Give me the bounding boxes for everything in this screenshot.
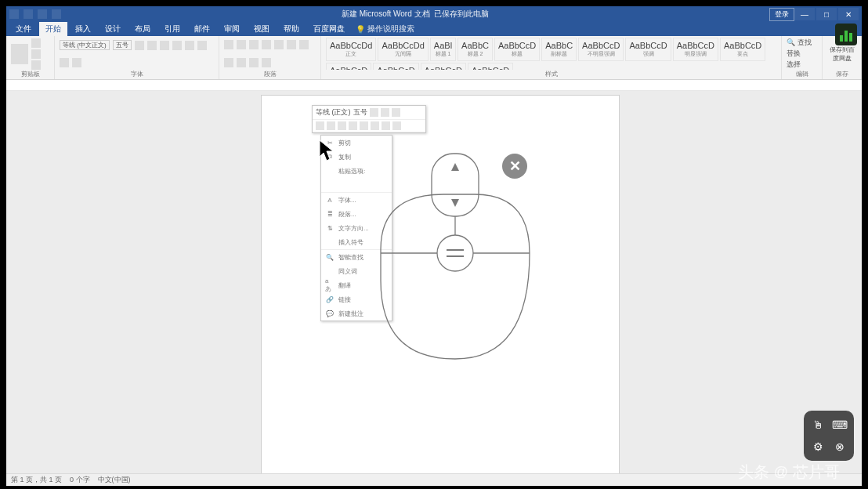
line-spacing-icon[interactable] <box>237 58 246 67</box>
align-left-icon[interactable] <box>287 40 296 49</box>
underline-icon[interactable] <box>185 41 194 50</box>
save-icon[interactable] <box>24 9 33 19</box>
status-page[interactable]: 第 1 页，共 1 页 <box>11 475 62 485</box>
cut-icon[interactable] <box>31 38 41 48</box>
style-item-0[interactable]: AaBbCcDd正文 <box>326 38 376 61</box>
paste-icon[interactable] <box>11 44 28 64</box>
document-title: 新建 Microsoft Word 文档 已保存到此电脑 <box>61 9 769 20</box>
window-controls: — □ ✕ <box>794 8 859 20</box>
tab-mailings[interactable]: 邮件 <box>188 22 216 36</box>
shrink-font-icon[interactable] <box>147 41 157 50</box>
redo-icon[interactable] <box>52 9 61 19</box>
mouse-mode-button[interactable]: 🖱 <box>808 415 827 434</box>
style-item-13[interactable]: AaBbCcD明显参考 <box>468 63 513 70</box>
maximize-button[interactable]: □ <box>816 8 837 20</box>
italic-icon[interactable] <box>172 41 182 50</box>
shading-icon[interactable] <box>249 58 259 67</box>
chart-overlay-icon[interactable] <box>835 24 857 45</box>
style-item-2[interactable]: AaBl标题 1 <box>430 38 456 61</box>
ribbon-group-paragraph: 段落 <box>219 36 321 79</box>
status-language[interactable]: 中文(中国) <box>98 475 131 485</box>
mini-format-painter-icon[interactable] <box>392 108 400 117</box>
bullets-icon[interactable] <box>224 40 233 49</box>
ribbon-group-styles: AaBbCcDd正文AaBbCcDd无间隔AaBl标题 1AaBbC标题 2Aa… <box>321 36 782 79</box>
ribbon: 剪贴板 等线 (中文正文) 五号 字体 <box>6 36 862 80</box>
tab-home[interactable]: 开始 <box>39 22 67 36</box>
undo-icon[interactable] <box>38 9 47 19</box>
replace-button[interactable]: 替换 <box>787 49 801 59</box>
highlight-icon[interactable] <box>60 58 69 67</box>
decrease-indent-icon[interactable] <box>262 40 271 49</box>
close-button[interactable]: ✕ <box>838 8 859 20</box>
style-item-3[interactable]: AaBbC标题 2 <box>458 38 493 61</box>
tab-view[interactable]: 视图 <box>248 22 276 36</box>
svg-marker-2 <box>451 163 459 171</box>
mini-grow-font-icon[interactable] <box>370 108 378 117</box>
mini-underline-icon[interactable] <box>338 121 346 130</box>
mini-bullets-icon[interactable] <box>371 121 379 130</box>
numbering-icon[interactable] <box>237 40 246 49</box>
strikethrough-icon[interactable] <box>197 41 207 50</box>
align-right-icon[interactable] <box>224 58 233 67</box>
overlay-close-button[interactable]: ✕ <box>502 154 527 179</box>
disconnect-button[interactable]: ⊗ <box>830 437 849 456</box>
font-family-select[interactable]: 等线 (中文正文) <box>60 40 110 50</box>
status-bar: 第 1 页，共 1 页 0 个字 中文(中国) <box>6 473 862 486</box>
ribbon-group-clipboard: 剪贴板 <box>6 36 55 79</box>
grow-font-icon[interactable] <box>135 41 144 50</box>
style-item-11[interactable]: AaBbCcD明显引用 <box>373 63 418 70</box>
mouse-overlay-illustration <box>357 147 553 367</box>
tab-layout[interactable]: 布局 <box>128 22 157 36</box>
increase-indent-icon[interactable] <box>274 40 284 49</box>
svg-point-4 <box>437 235 473 271</box>
account-label[interactable]: 登录 <box>769 8 794 21</box>
mini-bold-icon[interactable] <box>316 121 324 130</box>
tab-design[interactable]: 设计 <box>99 22 127 36</box>
style-item-8[interactable]: AaBbCcD明显强调 <box>673 38 718 61</box>
style-item-5[interactable]: AaBbC副标题 <box>541 38 577 61</box>
autosave-toggle[interactable] <box>9 9 19 19</box>
style-item-7[interactable]: AaBbCcD强调 <box>625 38 671 61</box>
style-item-10[interactable]: AaBbCcD引用 <box>326 63 371 70</box>
tab-references[interactable]: 引用 <box>158 22 186 36</box>
settings-button[interactable]: ⚙ <box>808 437 827 456</box>
style-item-4[interactable]: AaBbCcD标题 <box>494 38 540 61</box>
format-painter-icon[interactable] <box>31 60 41 70</box>
watermark: 头条@芯片哥 <box>738 462 840 483</box>
status-word-count[interactable]: 0 个字 <box>70 475 90 485</box>
mini-font-color-icon[interactable] <box>360 121 368 130</box>
mini-italic-icon[interactable] <box>327 121 335 130</box>
find-button[interactable]: 🔍 查找 <box>787 38 812 48</box>
style-item-12[interactable]: AaBbCcD不明显参考 <box>421 63 466 70</box>
mini-styles-icon[interactable] <box>392 121 401 130</box>
tell-me-search[interactable]: 💡 操作说明搜索 <box>356 24 414 34</box>
mini-numbering-icon[interactable] <box>382 121 390 130</box>
keyboard-button[interactable]: ⌨ <box>830 415 849 434</box>
copy-icon[interactable] <box>31 49 41 59</box>
mini-font-size[interactable]: 五号 <box>353 107 367 118</box>
borders-icon[interactable] <box>262 58 271 67</box>
style-item-9[interactable]: AaBbCcD要点 <box>720 38 765 61</box>
tab-file[interactable]: 文件 <box>9 22 38 36</box>
tab-review[interactable]: 审阅 <box>218 22 246 36</box>
title-bar: 新建 Microsoft Word 文档 已保存到此电脑 登录 — □ ✕ <box>6 6 862 22</box>
ribbon-group-editing: 🔍 查找 替换 选择 编辑 <box>782 36 823 79</box>
svg-marker-3 <box>451 199 459 207</box>
mini-highlight-icon[interactable] <box>349 121 357 130</box>
tab-insert[interactable]: 插入 <box>69 22 97 36</box>
multilevel-icon[interactable] <box>249 40 259 49</box>
document-area: 等线 (正文) 五号 ✂剪切⧉复制粘贴选项:A字体...≣段落...⇅文字方向.… <box>6 91 862 473</box>
select-button[interactable]: 选择 <box>787 60 801 70</box>
tab-baidu-disk[interactable]: 百度网盘 <box>307 22 351 36</box>
mini-shrink-font-icon[interactable] <box>381 108 389 117</box>
font-color-icon[interactable] <box>72 58 81 67</box>
style-item-1[interactable]: AaBbCcDd无间隔 <box>378 38 428 61</box>
align-center-icon[interactable] <box>299 40 309 49</box>
style-item-6[interactable]: AaBbCcD不明显强调 <box>578 38 624 61</box>
tab-help[interactable]: 帮助 <box>277 22 306 36</box>
bold-icon[interactable] <box>160 41 169 50</box>
minimize-button[interactable]: — <box>794 8 815 20</box>
font-size-select[interactable]: 五号 <box>113 40 132 50</box>
mini-font-family[interactable]: 等线 (正文) <box>316 107 351 118</box>
ruler[interactable] <box>6 80 862 91</box>
